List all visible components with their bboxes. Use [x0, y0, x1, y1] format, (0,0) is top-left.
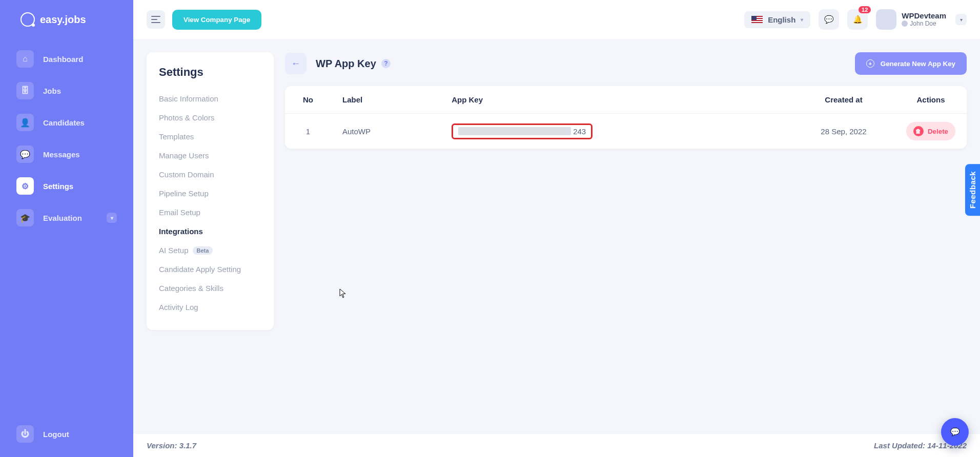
- notification-badge: 12: [859, 6, 871, 13]
- avatar: [876, 9, 896, 30]
- logo-icon: [21, 12, 35, 27]
- arrow-left-icon: ←: [291, 58, 300, 69]
- settings-panel: Settings Basic Information Photos & Colo…: [147, 52, 274, 330]
- hamburger-icon[interactable]: [147, 10, 165, 29]
- generate-key-label: Generate New App Key: [881, 60, 955, 68]
- settings-item-categories[interactable]: Categories & Skills: [159, 284, 261, 293]
- page-header: ← WP App Key ? + Generate New App Key: [285, 52, 967, 75]
- key-tail: 243: [573, 127, 586, 136]
- cell-created: 28 Sep, 2022: [792, 114, 895, 149]
- trash-icon: 🗑: [913, 126, 924, 136]
- language-label: English: [768, 15, 795, 24]
- cell-label: AutoWP: [331, 114, 440, 149]
- user-icon: 👤: [16, 114, 34, 131]
- brand-text: easy.jobs: [40, 14, 86, 26]
- settings-item-basic[interactable]: Basic Information: [159, 94, 261, 103]
- messages-button[interactable]: 💬: [819, 9, 839, 30]
- settings-item-apply[interactable]: Candidate Apply Setting: [159, 265, 261, 274]
- sidebar: easy.jobs ⌂ Dashboard 🗄 Jobs 👤 Candidate…: [0, 0, 133, 457]
- key-masked: [458, 127, 571, 135]
- brand-logo[interactable]: easy.jobs: [0, 9, 133, 41]
- sidebar-item-settings[interactable]: ⚙ Settings: [9, 172, 124, 200]
- col-no: No: [285, 86, 331, 114]
- page-title: WP App Key: [316, 58, 376, 70]
- chevron-down-icon: ▾: [801, 17, 803, 23]
- help-icon[interactable]: ?: [381, 59, 391, 68]
- col-created: Created at: [792, 86, 895, 114]
- version-text: Version: 3.1.7: [147, 441, 196, 450]
- chevron-down-icon: ▾: [107, 213, 117, 223]
- feedback-tab[interactable]: Feedback: [965, 164, 980, 216]
- flag-icon: [751, 16, 763, 23]
- table-row: 1 AutoWP 243 28 Sep, 2022: [285, 114, 967, 149]
- settings-item-photos[interactable]: Photos & Colors: [159, 113, 261, 122]
- notifications-button[interactable]: 🔔 12: [847, 9, 868, 30]
- cell-actions: 🗑 Delete: [895, 114, 967, 149]
- delete-button[interactable]: 🗑 Delete: [906, 122, 955, 140]
- settings-item-integrations[interactable]: Integrations: [159, 227, 261, 236]
- company-name: WPDevteam: [902, 12, 946, 20]
- col-key: App Key: [440, 86, 792, 114]
- sidebar-item-label: Jobs: [43, 87, 61, 95]
- sidebar-nav: ⌂ Dashboard 🗄 Jobs 👤 Candidates 💬 Messag…: [0, 41, 133, 236]
- settings-item-email[interactable]: Email Setup: [159, 208, 261, 217]
- sidebar-logout[interactable]: ⏻ Logout: [9, 420, 124, 448]
- content: Settings Basic Information Photos & Colo…: [133, 39, 980, 434]
- chat-launcher[interactable]: 💬: [941, 418, 969, 446]
- sidebar-item-dashboard[interactable]: ⌂ Dashboard: [9, 45, 124, 73]
- generate-key-button[interactable]: + Generate New App Key: [855, 52, 967, 75]
- settings-item-users[interactable]: Manage Users: [159, 151, 261, 160]
- settings-item-templates[interactable]: Templates: [159, 132, 261, 141]
- sidebar-item-messages[interactable]: 💬 Messages: [9, 140, 124, 168]
- cell-key: 243: [440, 114, 792, 149]
- cap-icon: 🎓: [16, 209, 34, 226]
- main: View Company Page English ▾ 💬 🔔 12 WPDev…: [133, 0, 980, 457]
- settings-item-pipeline[interactable]: Pipeline Setup: [159, 189, 261, 198]
- chat-icon: 💬: [950, 427, 960, 437]
- sidebar-item-label: Messages: [43, 150, 80, 159]
- back-button[interactable]: ←: [285, 53, 307, 74]
- bell-icon: 🔔: [853, 15, 863, 24]
- topbar: View Company Page English ▾ 💬 🔔 12 WPDev…: [133, 0, 980, 39]
- app-key-table: No Label App Key Created at Actions 1 Au…: [285, 86, 967, 149]
- chevron-down-icon: ▾: [955, 14, 967, 25]
- beta-badge: Beta: [193, 246, 213, 255]
- language-selector[interactable]: English ▾: [744, 11, 810, 28]
- page-body: ← WP App Key ? + Generate New App Key No: [285, 52, 967, 421]
- col-label: Label: [331, 86, 440, 114]
- gear-icon: ⚙: [16, 177, 34, 195]
- settings-item-activity[interactable]: Activity Log: [159, 303, 261, 311]
- chat-icon: 💬: [16, 146, 34, 163]
- key-highlight: 243: [452, 123, 593, 139]
- col-actions: Actions: [895, 86, 967, 114]
- view-company-button[interactable]: View Company Page: [172, 10, 261, 30]
- sidebar-item-candidates[interactable]: 👤 Candidates: [9, 109, 124, 136]
- footer: Version: 3.1.7 Last Updated: 14-11-2022: [133, 434, 980, 457]
- settings-item-ai[interactable]: AI Setup Beta: [159, 246, 261, 255]
- logout-icon: ⏻: [16, 425, 34, 443]
- delete-label: Delete: [928, 128, 948, 135]
- home-icon: ⌂: [16, 50, 34, 68]
- cell-no: 1: [285, 114, 331, 149]
- logout-label: Logout: [43, 430, 69, 439]
- message-icon: 💬: [824, 15, 834, 24]
- plus-icon: +: [866, 59, 874, 68]
- sidebar-item-label: Settings: [43, 182, 73, 191]
- sidebar-item-label: Dashboard: [43, 55, 83, 64]
- sidebar-item-evaluation[interactable]: 🎓 Evaluation ▾: [9, 204, 124, 232]
- sidebar-item-label: Evaluation: [43, 214, 82, 222]
- settings-heading: Settings: [159, 66, 261, 79]
- settings-item-domain[interactable]: Custom Domain: [159, 170, 261, 179]
- sidebar-item-jobs[interactable]: 🗄 Jobs: [9, 77, 124, 105]
- user-menu[interactable]: WPDevteam John Doe ▾: [876, 9, 967, 30]
- briefcase-icon: 🗄: [16, 82, 34, 99]
- user-name: John Doe: [902, 20, 946, 27]
- sidebar-item-label: Candidates: [43, 118, 85, 127]
